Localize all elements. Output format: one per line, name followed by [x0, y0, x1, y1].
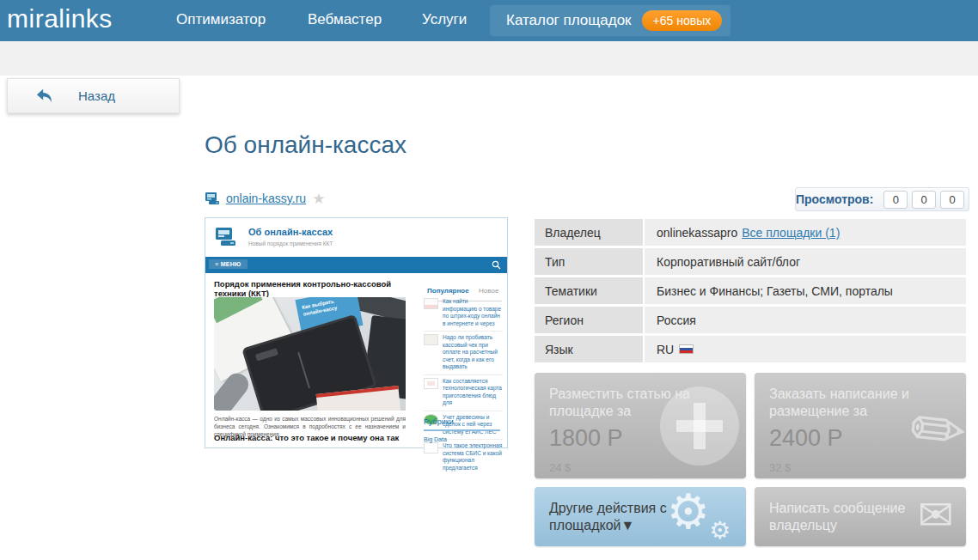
back-arrow-icon: [35, 88, 54, 105]
list-item-text: Надо ли пробивать кассовый чек при оплат…: [443, 334, 503, 371]
views-label: Просмотров:: [796, 192, 873, 206]
row-label: Тип: [535, 248, 643, 275]
list-item-thumb: [424, 378, 438, 389]
back-button[interactable]: Назад: [7, 78, 180, 113]
preview-rubrics-title: Рубрики: [424, 417, 500, 431]
nav-item-optimizer[interactable]: Оптимизатор: [176, 11, 266, 28]
order-writing-price: 2400 Р: [769, 425, 951, 452]
platform-details-table: Владелец onlinekassapro Все площадки (1)…: [535, 219, 966, 365]
catalog-button-label: Каталог площадок: [506, 12, 632, 29]
views-count-box: 0: [912, 191, 936, 209]
write-message-button[interactable]: Написать сообщение владельцу ✉: [755, 487, 966, 546]
place-article-label: Разместить статью на площадке за: [549, 386, 704, 420]
list-item-text: Что такое электронная система СБИС и как…: [443, 442, 503, 472]
language-code: RU: [657, 343, 674, 356]
preview-tab-new[interactable]: Новое: [479, 287, 498, 295]
place-article-price: 1800 Р: [549, 425, 731, 452]
row-label: Владелец: [535, 219, 643, 246]
row-value: RU: [645, 336, 966, 362]
order-writing-button[interactable]: Заказать написание и размещение за 2400 …: [755, 373, 966, 478]
cash-register-icon: [205, 192, 221, 205]
preview-menu-button: ≡ МЕНЮ: [209, 259, 248, 269]
list-item-thumb: [424, 442, 438, 453]
list-item[interactable]: Надо ли пробивать кассовый чек при оплат…: [424, 332, 503, 375]
row-value: Корпоративный сайт/блог: [645, 248, 966, 275]
gear-small-icon: ⚙: [709, 516, 730, 545]
list-item[interactable]: Что такое электронная система СБИС и как…: [424, 440, 503, 475]
preview-menu-bar: ≡ МЕНЮ: [205, 257, 507, 273]
nav-item-services[interactable]: Услуги: [422, 11, 467, 28]
views-count-box: 0: [940, 191, 964, 209]
write-message-label: Написать сообщение владельцу: [769, 500, 924, 534]
owner-name: onlinekassapro: [657, 226, 737, 240]
order-writing-alt-price: 32 $: [769, 461, 951, 474]
place-article-button[interactable]: Разместить статью на площадке за 1800 Р …: [535, 373, 746, 478]
list-item[interactable]: Как найти информацию о товаре по штрих-к…: [424, 295, 503, 332]
list-item-text: Как найти информацию о товаре по штрих-к…: [443, 298, 503, 327]
order-writing-label: Заказать написание и размещение за: [769, 386, 924, 420]
table-row-owner: Владелец onlinekassapro Все площадки (1): [535, 219, 966, 246]
site-preview-thumbnail[interactable]: Об онлайн-кассах Новый порядок применени…: [205, 217, 508, 448]
all-platforms-link[interactable]: Все площадки (1): [742, 226, 840, 240]
new-platforms-badge: +65 новых: [642, 10, 723, 31]
list-item-text: Как составляется технологическая карта п…: [443, 378, 503, 407]
favorite-star-icon[interactable]: ★: [312, 190, 325, 207]
other-actions-button[interactable]: Другие действия с площадкой▼ ⚙ ⚙: [535, 487, 746, 546]
preview-article-heading: Порядок применения контрольно-кассовой т…: [214, 279, 419, 298]
preview-sidebar: Как найти информацию о товаре по штрих-к…: [424, 295, 503, 475]
nav-item-webmaster[interactable]: Вебмастер: [308, 11, 382, 28]
row-label: Тематики: [535, 277, 643, 304]
views-count-box: 0: [883, 191, 908, 209]
row-value: onlinekassapro Все площадки (1): [645, 219, 966, 246]
preview-site-subtitle: Новый порядок применения ККТ: [248, 240, 333, 247]
preview-site-logo-icon: [214, 226, 237, 247]
row-value: Бизнес и Финансы; Газеты, СМИ, порталы: [645, 277, 966, 304]
secondary-bar: [0, 41, 978, 76]
list-item-thumb: [424, 334, 438, 345]
catalog-button[interactable]: Каталог площадок +65 новых: [490, 5, 730, 36]
views-panel: Просмотров: 0 0 0: [795, 187, 969, 211]
row-value: Россия: [645, 307, 966, 333]
page-title: Об онлайн-кассах: [205, 131, 406, 159]
place-article-alt-price: 24 $: [549, 461, 731, 474]
miralinks-logo[interactable]: miralinks: [7, 4, 113, 33]
row-label: Язык: [535, 336, 643, 362]
preview-tab-popular[interactable]: Популярное: [427, 287, 469, 295]
table-row-language: Язык RU: [535, 336, 966, 362]
preview-body-heading: Онлайн-касса: что это такое и почему она…: [214, 433, 412, 442]
row-label: Регион: [535, 307, 643, 333]
list-item-thumb: [424, 298, 438, 309]
back-button-label: Назад: [78, 88, 115, 103]
table-row-region: Регион Россия: [535, 307, 966, 333]
russia-flag-icon: [679, 344, 694, 354]
table-row-themes: Тематики Бизнес и Финансы; Газеты, СМИ, …: [535, 277, 966, 304]
other-actions-label: Другие действия с площадкой▼: [549, 500, 704, 534]
preview-rubric-link[interactable]: Big Data: [424, 436, 447, 442]
preview-article-photo: Как выбрать онлайн-кассу: [214, 297, 406, 411]
search-icon: [492, 260, 501, 270]
platform-detail-page: miralinks Оптимизатор Вебмастер Услуги К…: [0, 0, 978, 560]
preview-site-title: Об онлайн-кассах: [248, 227, 333, 237]
top-navigation-bar: miralinks Оптимизатор Вебмастер Услуги К…: [0, 0, 978, 41]
site-link-row: onlain-kassy.ru ★: [205, 190, 325, 207]
list-item[interactable]: Как составляется технологическая карта п…: [424, 375, 503, 411]
table-row-type: Тип Корпоративный сайт/блог: [535, 248, 966, 275]
site-url-link[interactable]: onlain-kassy.ru: [226, 192, 306, 205]
